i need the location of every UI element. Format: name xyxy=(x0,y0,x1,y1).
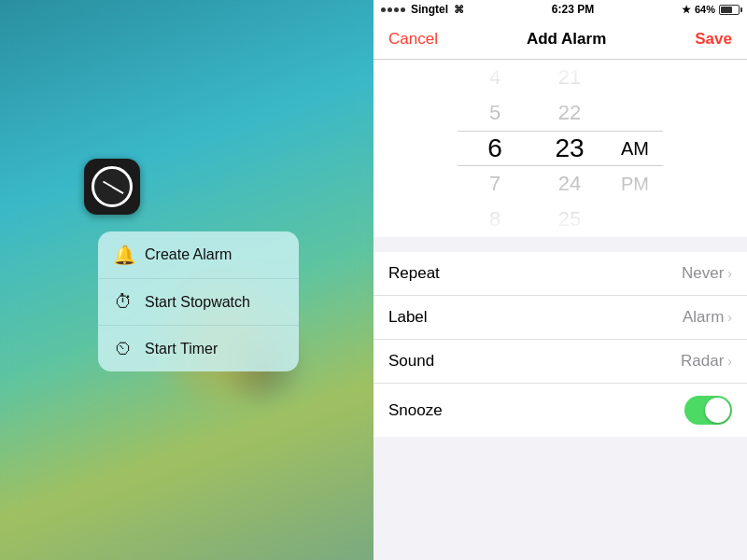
repeat-chevron-icon: › xyxy=(727,266,732,281)
label-value: Alarm xyxy=(683,308,724,327)
sound-row[interactable]: Sound Radar › xyxy=(374,340,747,384)
alarm-icon: 🔔 xyxy=(113,244,134,266)
signal-dot-2 xyxy=(388,7,392,12)
clock-app-icon[interactable] xyxy=(84,159,140,215)
label-value-group: Alarm › xyxy=(683,308,732,327)
left-panel: 🔔 Create Alarm ⏱ Start Stopwatch ⏲ Start… xyxy=(0,0,374,560)
signal-indicator: Singtel ⌘ xyxy=(381,3,464,16)
ampm-column[interactable]: AM PM xyxy=(607,60,663,237)
stopwatch-icon: ⏱ xyxy=(113,291,134,313)
battery-fill xyxy=(721,7,732,13)
sound-value-group: Radar › xyxy=(681,352,732,371)
ampm-spacer-3 xyxy=(607,202,663,237)
snooze-toggle[interactable] xyxy=(684,396,732,425)
repeat-row[interactable]: Repeat Never › xyxy=(374,252,747,296)
status-right-group: ★ 64% xyxy=(682,4,740,16)
menu-label-start-stopwatch: Start Stopwatch xyxy=(145,294,250,311)
battery-tip xyxy=(740,7,742,12)
bottom-space xyxy=(374,437,747,560)
ampm-pm: PM xyxy=(607,166,663,202)
context-menu: 🔔 Create Alarm ⏱ Start Stopwatch ⏲ Start… xyxy=(98,231,299,371)
hour-item-4: 4 xyxy=(458,60,532,95)
save-button[interactable]: Save xyxy=(695,30,732,49)
cancel-button[interactable]: Cancel xyxy=(388,30,438,49)
min-item-22: 22 xyxy=(532,95,607,131)
ampm-am: AM xyxy=(607,131,663,166)
nav-bar: Cancel Add Alarm Save xyxy=(374,19,747,60)
time-picker[interactable]: 4 5 6 7 8 21 22 23 24 25 xyxy=(374,60,747,237)
toggle-knob xyxy=(705,398,730,423)
hour-item-7: 7 xyxy=(458,166,532,202)
battery-icon xyxy=(719,5,740,15)
sound-chevron-icon: › xyxy=(727,354,732,369)
min-item-21: 21 xyxy=(532,60,607,95)
menu-item-start-stopwatch[interactable]: ⏱ Start Stopwatch xyxy=(98,279,299,326)
clock-face xyxy=(92,166,133,207)
minute-column[interactable]: 21 22 23 24 25 xyxy=(532,60,607,237)
label-label: Label xyxy=(388,308,428,327)
carrier-label: Singtel xyxy=(411,3,448,16)
sound-label: Sound xyxy=(388,352,434,371)
status-time: 6:23 PM xyxy=(552,3,594,16)
signal-dot-3 xyxy=(394,7,399,12)
bluetooth-icon: ★ xyxy=(682,4,691,16)
menu-label-create-alarm: Create Alarm xyxy=(145,246,232,263)
hour-item-5: 5 xyxy=(458,95,532,131)
wifi-icon: ⌘ xyxy=(454,4,464,16)
menu-item-start-timer[interactable]: ⏲ Start Timer xyxy=(98,326,299,371)
signal-dot-4 xyxy=(401,7,405,12)
repeat-value-group: Never › xyxy=(682,264,732,283)
right-panel: Singtel ⌘ 6:23 PM ★ 64% Cancel Add Alarm… xyxy=(374,0,747,560)
label-row[interactable]: Label Alarm › xyxy=(374,296,747,340)
min-item-25: 25 xyxy=(532,202,607,237)
signal-dot-1 xyxy=(381,7,386,12)
page-title: Add Alarm xyxy=(527,30,606,49)
menu-label-start-timer: Start Timer xyxy=(145,341,218,357)
hour-item-8: 8 xyxy=(458,202,532,237)
hour-item-6: 6 xyxy=(458,131,532,166)
status-bar: Singtel ⌘ 6:23 PM ★ 64% xyxy=(374,0,747,19)
repeat-value: Never xyxy=(682,264,724,283)
snooze-row: Snooze xyxy=(374,384,747,437)
menu-item-create-alarm[interactable]: 🔔 Create Alarm xyxy=(98,231,299,279)
timer-icon: ⏲ xyxy=(113,338,134,359)
ampm-spacer-2 xyxy=(607,95,663,131)
snooze-label: Snooze xyxy=(388,401,443,420)
label-chevron-icon: › xyxy=(727,310,732,325)
min-item-23: 23 xyxy=(532,131,607,166)
ampm-spacer-1 xyxy=(607,60,663,95)
settings-section: Repeat Never › Label Alarm › Sound Radar… xyxy=(374,252,747,437)
separator xyxy=(374,237,747,245)
hour-column[interactable]: 4 5 6 7 8 xyxy=(458,60,532,237)
battery-percent: 64% xyxy=(695,4,715,15)
sound-value: Radar xyxy=(681,352,724,371)
repeat-label: Repeat xyxy=(388,264,440,283)
min-item-24: 24 xyxy=(532,166,607,202)
minute-hand xyxy=(112,186,124,193)
picker-columns: 4 5 6 7 8 21 22 23 24 25 xyxy=(374,60,747,237)
